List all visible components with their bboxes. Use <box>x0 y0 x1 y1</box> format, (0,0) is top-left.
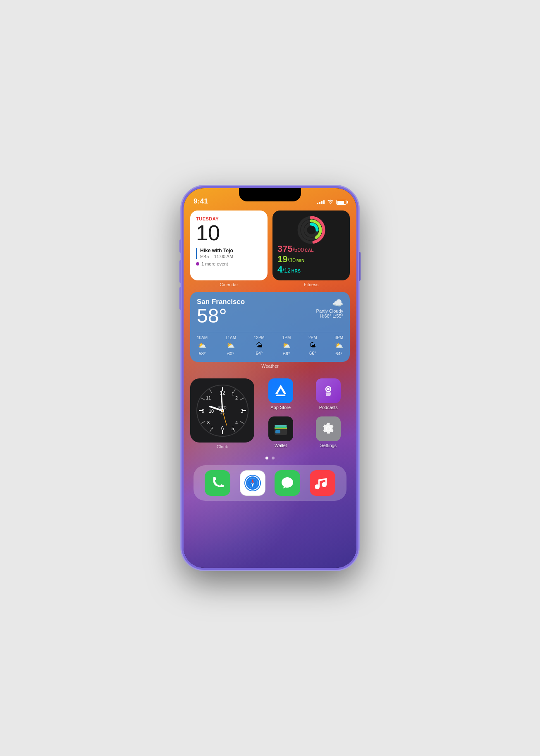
fitness-hrs-row: 4 / 12 HRS <box>277 265 345 274</box>
dock-music[interactable] <box>310 470 335 496</box>
svg-text:11: 11 <box>205 395 210 400</box>
svg-rect-41 <box>275 425 287 427</box>
music-app-icon <box>310 470 335 496</box>
weather-high: H:66° <box>320 313 331 318</box>
calendar-widget-wrapper: TUESDAY 10 Hike with Tejo 9:45 – 11:00 A… <box>190 211 268 287</box>
fitness-label: Fitness <box>272 282 350 287</box>
fitness-hrs-max: 12 <box>284 267 291 274</box>
page-dot-0[interactable] <box>265 457 268 459</box>
weather-widget[interactable]: San Francisco 58° ☁️ Partly Cloudy H:66°… <box>190 292 350 362</box>
svg-point-38 <box>222 410 223 411</box>
weather-temp: 58° <box>197 306 245 326</box>
app-icon-app-store[interactable]: App Store <box>259 378 302 411</box>
svg-text:4: 4 <box>235 420 237 425</box>
svg-text:9: 9 <box>201 408 204 414</box>
clock-label: Clock <box>217 444 228 449</box>
safari-app-icon <box>240 470 265 496</box>
svg-text:1: 1 <box>231 391 234 396</box>
page-dot-1[interactable] <box>272 457 275 459</box>
svg-point-48 <box>246 476 259 490</box>
signal-icon <box>317 200 325 204</box>
wifi-icon <box>327 199 334 206</box>
weather-hourly: 10AM ⛅ 58° 11AM ⛅ 60° 12PM 🌤 64° <box>197 332 343 356</box>
weather-right-info: ☁️ Partly Cloudy H:66° L:55° <box>316 298 343 318</box>
cal-event-time: 9:45 – 11:00 AM <box>200 254 262 259</box>
mute-button[interactable] <box>179 239 181 253</box>
weather-hour-2: 12PM 🌤 64° <box>254 335 265 356</box>
cal-date: 10 <box>196 222 262 244</box>
app-icon-wallet[interactable]: Wallet <box>259 416 302 450</box>
fitness-cal-row: 375 / 500 CAL <box>277 244 345 254</box>
apps-area: 12 6 3 9 2 4 11 10 8 5 7 1 <box>190 378 350 449</box>
fitness-cal-val: 375 <box>277 244 293 254</box>
fitness-min-row: 19 / 30 MIN <box>277 255 345 264</box>
weather-hl: H:66° L:55° <box>316 313 343 318</box>
fitness-cal-max: 500 <box>294 246 304 253</box>
calendar-label: Calendar <box>190 282 268 287</box>
status-time: 9:41 <box>194 197 208 206</box>
svg-text:12: 12 <box>220 390 225 396</box>
volume-down-button[interactable] <box>179 287 181 310</box>
cal-more: 1 more event <box>196 261 262 266</box>
fitness-stats: 375 / 500 CAL 19 / 30 MIN <box>277 244 345 275</box>
battery-icon <box>336 200 346 205</box>
weather-hour-3: 1PM ⛅ 66° <box>282 335 291 356</box>
clock-widget[interactable]: 12 6 3 9 2 4 11 10 8 5 7 1 <box>190 378 254 443</box>
fitness-min-max: 30 <box>289 257 296 263</box>
weather-hour-1: 11AM ⛅ 60° <box>225 335 236 356</box>
volume-up-button[interactable] <box>179 260 181 283</box>
calendar-widget[interactable]: TUESDAY 10 Hike with Tejo 9:45 – 11:00 A… <box>190 211 268 280</box>
fitness-cal-unit: CAL <box>305 248 314 253</box>
podcasts-icon <box>316 378 341 403</box>
phone-app-icon <box>205 470 230 496</box>
power-button[interactable] <box>359 252 361 281</box>
settings-icon <box>316 416 341 441</box>
svg-text:6: 6 <box>221 426 224 431</box>
weather-top: San Francisco 58° ☁️ Partly Cloudy H:66°… <box>197 298 343 328</box>
screen-content: TUESDAY 10 Hike with Tejo 9:45 – 11:00 A… <box>184 188 356 568</box>
dock-safari[interactable] <box>240 470 265 496</box>
status-icons <box>317 199 346 206</box>
svg-point-6 <box>310 228 313 232</box>
svg-text:10: 10 <box>208 409 213 414</box>
weather-hour-5: 3PM ⛅ 64° <box>335 335 343 356</box>
fitness-widget-wrapper: 375 / 500 CAL 19 / 30 MIN <box>272 211 350 287</box>
app-store-label: App Store <box>270 405 291 410</box>
cal-event-name: Hike with Tejo <box>200 248 262 254</box>
svg-text:8: 8 <box>207 420 209 425</box>
weather-hour-4: 2PM 🌤 66° <box>308 335 317 356</box>
svg-rect-44 <box>275 428 287 429</box>
cal-more-text: 1 more event <box>201 261 228 266</box>
svg-rect-45 <box>275 430 280 433</box>
dock-phone[interactable] <box>205 470 230 496</box>
dock <box>194 465 346 501</box>
clock-face-svg: 12 6 3 9 2 4 11 10 8 5 7 1 <box>196 384 249 438</box>
svg-text:3: 3 <box>240 408 243 414</box>
weather-condition-icon: ☁️ <box>316 298 343 309</box>
activity-rings <box>297 215 326 244</box>
weather-widget-wrapper: San Francisco 58° ☁️ Partly Cloudy H:66°… <box>190 292 350 368</box>
page-dots <box>190 457 350 459</box>
svg-text:5: 5 <box>231 426 234 431</box>
weather-label: Weather <box>190 364 350 368</box>
wallet-label: Wallet <box>275 443 287 448</box>
weather-low: L:55° <box>332 313 343 318</box>
phone-frame: 9:41 <box>181 186 359 570</box>
dock-messages[interactable] <box>275 470 300 496</box>
weather-hour-0: 10AM ⛅ 58° <box>197 335 208 356</box>
app-icon-settings[interactable]: Settings <box>307 416 350 450</box>
app-icons-grid: App Store Podcasts <box>259 378 350 449</box>
settings-label: Settings <box>320 443 337 448</box>
wallet-icon <box>268 416 293 441</box>
app-store-icon <box>268 378 293 403</box>
fitness-min-val: 19 <box>277 255 287 264</box>
podcasts-label: Podcasts <box>319 405 338 410</box>
phone-screen: 9:41 <box>184 188 356 568</box>
widgets-row-1: TUESDAY 10 Hike with Tejo 9:45 – 11:00 A… <box>190 211 350 287</box>
svg-text:2: 2 <box>235 395 237 400</box>
app-icon-podcasts[interactable]: Podcasts <box>307 378 350 411</box>
svg-text:7: 7 <box>210 426 213 431</box>
clock-widget-wrapper: 12 6 3 9 2 4 11 10 8 5 7 1 <box>190 378 254 449</box>
fitness-widget[interactable]: 375 / 500 CAL 19 / 30 MIN <box>272 211 350 280</box>
fitness-hrs-unit: HRS <box>292 269 301 273</box>
